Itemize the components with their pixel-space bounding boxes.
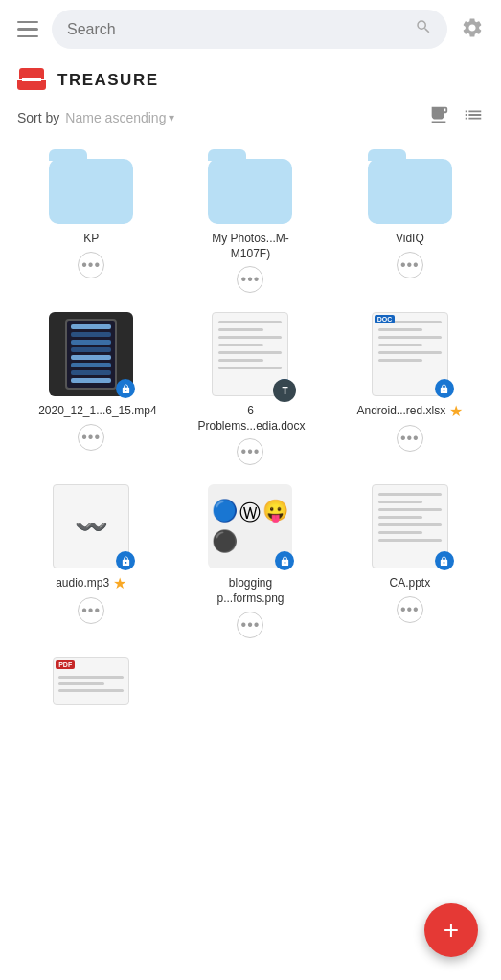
file-item[interactable]: PDF: [11, 646, 171, 709]
sort-chevron-icon: ▾: [169, 111, 174, 124]
more-options-button[interactable]: •••: [237, 438, 263, 465]
file-thumbnail: DOC: [368, 312, 452, 396]
file-thumbnail: [368, 484, 452, 568]
doc-type-badge: DOC: [375, 315, 396, 323]
files-grid: KP ••• My Photos...M-M107F) ••• VidIQ ••…: [0, 140, 501, 717]
file-item[interactable]: 🔵Ⓦ 😛⚫ blogging p...forms.png •••: [171, 473, 330, 645]
folder-item[interactable]: VidIQ •••: [330, 147, 490, 301]
lock-badge: [275, 551, 294, 570]
image-preview: 🔵Ⓦ 😛⚫: [208, 495, 292, 558]
file-item[interactable]: 〰️ audio.mp3 ★ •••: [11, 473, 171, 645]
more-options-button[interactable]: •••: [237, 266, 263, 293]
star-badge: ★: [449, 402, 463, 420]
more-options-button[interactable]: •••: [237, 612, 263, 638]
folder-name: KP: [83, 232, 99, 247]
file-name: blogging p...forms.png: [197, 576, 303, 606]
lock-badge: [435, 551, 454, 570]
file-name: 6 Problems...edia.docx: [197, 404, 303, 434]
more-options-button[interactable]: •••: [78, 424, 104, 451]
header: [0, 0, 501, 58]
sort-bar: Sort by Name ascending ▾: [0, 99, 501, 140]
sort-value-text: Name ascending: [65, 110, 166, 125]
lock-badge: [435, 379, 454, 398]
pdf-thumbnail: PDF: [53, 657, 129, 705]
lock-badge: [116, 379, 135, 398]
add-icon: +: [444, 917, 459, 944]
folder-name: My Photos...M-M107F): [197, 232, 303, 261]
file-thumbnail: 🔵Ⓦ 😛⚫: [208, 484, 292, 568]
folder-icon: [208, 159, 292, 224]
file-name: 2020_12_1...6_15.mp4: [38, 404, 144, 419]
add-fab-button[interactable]: +: [424, 903, 478, 957]
star-badge: ★: [113, 574, 126, 592]
file-thumbnail: [49, 312, 133, 396]
file-name: CA.pptx: [389, 576, 430, 591]
file-name: Android...red.xlsx: [356, 404, 445, 419]
file-item[interactable]: DOC Android...red.xlsx ★ •••: [330, 301, 490, 473]
sort-actions: [428, 104, 484, 130]
search-icon: [415, 18, 432, 40]
more-options-button[interactable]: •••: [397, 425, 423, 452]
file-item[interactable]: T 6 Problems...edia.docx •••: [171, 301, 330, 473]
more-options-button[interactable]: •••: [78, 597, 104, 624]
folder-item[interactable]: KP •••: [11, 147, 171, 301]
menu-button[interactable]: [13, 17, 42, 42]
list-view-icon[interactable]: [463, 104, 484, 130]
file-thumbnail: 〰️: [49, 484, 133, 568]
more-options-button[interactable]: •••: [78, 252, 104, 278]
sort-dropdown[interactable]: Name ascending ▾: [65, 110, 174, 125]
file-name: audio.mp3: [56, 576, 109, 591]
app-logo: [17, 68, 46, 93]
search-input[interactable]: [67, 21, 407, 38]
folder-name: VidIQ: [396, 232, 424, 247]
user-badge: T: [273, 379, 296, 402]
folder-icon: [368, 159, 452, 224]
search-bar[interactable]: [52, 10, 447, 49]
more-options-button[interactable]: •••: [397, 252, 423, 278]
file-item[interactable]: 2020_12_1...6_15.mp4 •••: [11, 301, 171, 473]
app-title-bar: TREASURE: [0, 58, 501, 99]
audio-wave-icon: 〰️: [75, 511, 108, 543]
select-view-icon[interactable]: [428, 104, 449, 130]
file-item[interactable]: CA.pptx •••: [330, 473, 490, 645]
settings-button[interactable]: [457, 12, 488, 47]
lock-badge: [116, 551, 135, 570]
app-title: TREASURE: [57, 71, 159, 90]
more-options-button[interactable]: •••: [397, 596, 423, 623]
sort-label: Sort by: [17, 110, 59, 125]
folder-icon: [49, 159, 133, 224]
pdf-type-badge: PDF: [56, 660, 75, 669]
gear-icon: [461, 16, 484, 39]
file-thumbnail: T: [208, 312, 292, 396]
folder-item[interactable]: My Photos...M-M107F) •••: [171, 147, 330, 301]
